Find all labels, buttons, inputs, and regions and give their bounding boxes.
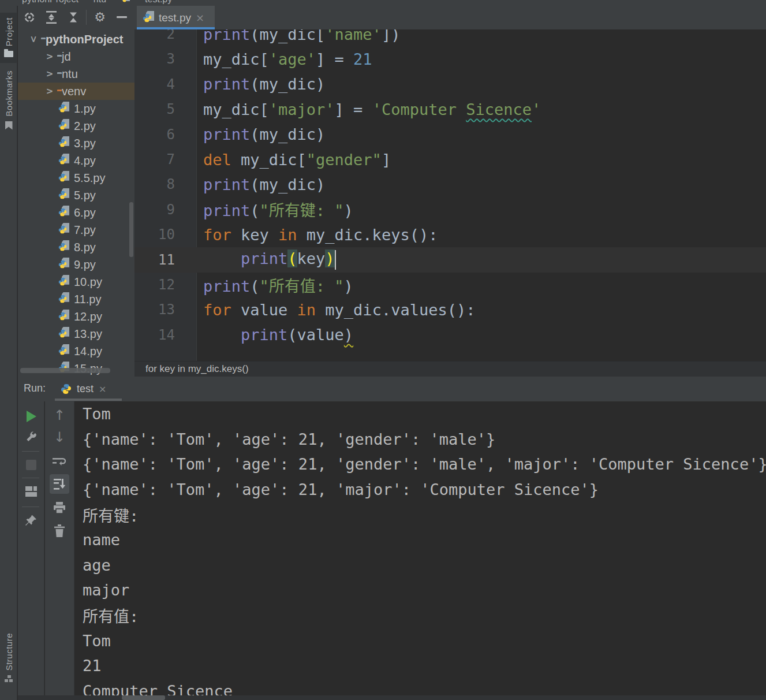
- line-number: 14: [134, 327, 175, 343]
- tree-row[interactable]: > 14.py: [18, 342, 134, 360]
- run-tab-test[interactable]: test ×: [56, 377, 111, 401]
- gear-icon[interactable]: ⚙: [93, 10, 107, 24]
- tree-row[interactable]: > 8.py: [18, 239, 134, 256]
- console-line: 所有值:: [75, 603, 766, 628]
- nav-crumb[interactable]: test.py: [145, 0, 172, 5]
- tree-row[interactable]: > pythonProject: [18, 31, 134, 48]
- tree-row[interactable]: > 4.py: [18, 152, 134, 169]
- code-line[interactable]: 10for key in my_dic.keys():: [134, 222, 766, 247]
- code-text: for key in my_dic.keys():: [203, 226, 438, 244]
- structure-stripe-label: Structure: [4, 633, 14, 671]
- line-number: 8: [134, 176, 175, 192]
- sidebar-item-bookmarks[interactable]: Bookmarks: [0, 70, 17, 130]
- console-line: Tom: [75, 628, 766, 653]
- code-line[interactable]: 13for value in my_dic.values():: [134, 297, 766, 322]
- code-line[interactable]: 14 print(value): [134, 322, 766, 348]
- expand-all-icon[interactable]: [44, 10, 58, 24]
- tree-horizontal-scrollbar[interactable]: [20, 368, 110, 373]
- chevron-icon[interactable]: >: [42, 51, 57, 62]
- chevron-icon[interactable]: >: [42, 86, 57, 96]
- tree-row[interactable]: > 6.py: [18, 204, 134, 221]
- tree-row[interactable]: > 9.py: [18, 256, 134, 273]
- tree-item-icon: [58, 240, 69, 254]
- tree-row[interactable]: > 13.py: [18, 325, 134, 342]
- code-line[interactable]: 12print("所有值: "): [134, 272, 766, 297]
- code-line[interactable]: 11 print(key): [134, 247, 766, 273]
- code-line[interactable]: 9print("所有键: "): [134, 197, 766, 222]
- tab-label: test.py: [159, 12, 191, 24]
- edit-configuration-wrench-icon[interactable]: [23, 429, 39, 445]
- project-stripe-label: Project: [4, 17, 14, 46]
- close-icon[interactable]: ×: [196, 12, 204, 24]
- console-toolbar: ↑ ↓: [45, 401, 74, 700]
- navigation-bar: pythonProject ntu test.py: [0, 0, 766, 6]
- code-line[interactable]: 2print(my_dic['name']): [134, 29, 766, 47]
- nav-crumb[interactable]: pythonProject: [22, 0, 79, 5]
- tree-vertical-scrollbar[interactable]: [129, 202, 133, 257]
- tree-row[interactable]: > 1.py: [18, 100, 134, 117]
- breadcrumb-text: for key in my_dic.keys(): [145, 363, 249, 375]
- console-line: {'name': 'Tom', 'age': 21, 'gender': 'ma…: [75, 427, 766, 452]
- scroll-to-end-icon[interactable]: [50, 474, 69, 494]
- code-line[interactable]: 3my_dic['age'] = 21: [134, 46, 766, 72]
- sidebar-item-structure[interactable]: Structure: [0, 633, 17, 683]
- code-editor[interactable]: 2print(my_dic['name'])3my_dic['age'] = 2…: [134, 29, 766, 361]
- tree-item-label: 6.py: [74, 206, 96, 219]
- line-number: 2: [134, 29, 175, 42]
- tree-row[interactable]: > 3.py: [18, 135, 134, 152]
- editor-area: test.py × 2print(my_dic['name'])3my_dic[…: [134, 6, 766, 377]
- tree-row[interactable]: > 5.5.py: [18, 169, 134, 187]
- breadcrumb[interactable]: for key in my_dic.keys(): [134, 361, 766, 377]
- tree-row[interactable]: > venv: [18, 83, 134, 100]
- bookmark-icon: [5, 121, 13, 130]
- print-icon[interactable]: [51, 500, 68, 516]
- tree-item-icon: [58, 275, 69, 289]
- project-toolbar: ⚙: [18, 6, 134, 29]
- collapse-all-icon[interactable]: [66, 10, 80, 24]
- sidebar-item-project[interactable]: Project: [0, 13, 17, 63]
- restore-layout-icon[interactable]: [23, 483, 39, 500]
- nav-crumb[interactable]: ntu: [94, 0, 106, 5]
- run-tab-indicator: [55, 399, 122, 401]
- tree-row[interactable]: > jd: [18, 48, 134, 65]
- tree-item-label: 5.py: [74, 189, 96, 202]
- clear-trash-icon[interactable]: [51, 523, 68, 539]
- code-line[interactable]: 6print(my_dic): [134, 122, 766, 147]
- tree-item-label: pythonProject: [46, 33, 123, 46]
- soft-wrap-icon[interactable]: [51, 455, 68, 471]
- tree-item-icon: [58, 136, 69, 150]
- chevron-icon[interactable]: >: [28, 32, 39, 47]
- toolbar-separator: [86, 10, 87, 25]
- line-number: 4: [134, 76, 175, 92]
- locate-icon[interactable]: [23, 10, 36, 24]
- tree-row[interactable]: > ntu: [18, 65, 134, 83]
- up-stack-trace-icon[interactable]: ↑: [51, 407, 68, 423]
- tree-row[interactable]: > 7.py: [18, 221, 134, 239]
- pin-icon[interactable]: [23, 512, 39, 528]
- down-stack-trace-icon[interactable]: ↓: [51, 429, 68, 445]
- tree-row[interactable]: > 11.py: [18, 291, 134, 308]
- tree-item-icon: [58, 258, 69, 271]
- chevron-icon[interactable]: >: [42, 69, 57, 79]
- code-line[interactable]: 5my_dic['major'] = 'Computer Sicence': [134, 96, 766, 122]
- code-line[interactable]: 4print(my_dic): [134, 72, 766, 97]
- console-line: 21: [75, 653, 766, 679]
- code-line[interactable]: 8print(my_dic): [134, 172, 766, 197]
- run-tab-label: test: [77, 383, 94, 395]
- rerun-icon[interactable]: [23, 408, 39, 425]
- tree-row[interactable]: > 5.py: [18, 187, 134, 204]
- line-number: 3: [134, 51, 175, 67]
- line-number: 6: [134, 126, 175, 143]
- tree-row[interactable]: > 2.py: [18, 117, 134, 135]
- code-text: print(my_dic): [203, 75, 325, 93]
- tree-row[interactable]: > 10.py: [18, 273, 134, 291]
- tab-test-py[interactable]: test.py ×: [137, 6, 215, 29]
- tree-item-icon: [58, 292, 69, 306]
- run-console-output[interactable]: Tom{'name': 'Tom', 'age': 21, 'gender': …: [75, 401, 766, 695]
- console-horizontal-scrollbar[interactable]: [122, 695, 165, 700]
- run-toolbar: [18, 401, 44, 700]
- close-icon[interactable]: ×: [99, 383, 106, 394]
- tree-row[interactable]: > 12.py: [18, 308, 134, 325]
- hide-panel-icon[interactable]: [115, 10, 129, 24]
- code-line[interactable]: 7del my_dic["gender"]: [134, 147, 766, 172]
